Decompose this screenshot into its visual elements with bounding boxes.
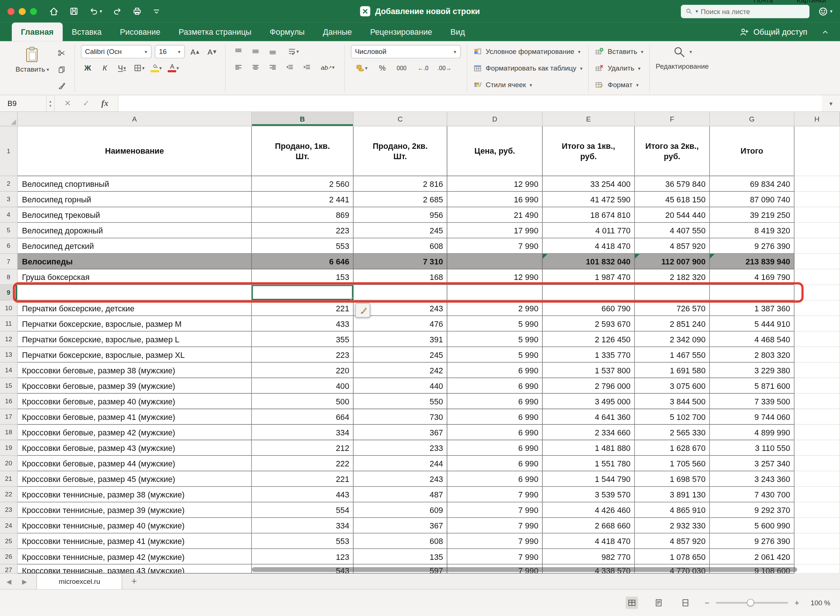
insert-function-icon[interactable]: fx bbox=[101, 98, 108, 108]
row-header-13[interactable]: 13 bbox=[0, 347, 18, 363]
cell[interactable]: Кроссовки теннисные, размер 42 (мужские) bbox=[18, 549, 252, 565]
cell[interactable] bbox=[794, 456, 840, 471]
cell[interactable]: 2 816 bbox=[354, 176, 447, 192]
cell[interactable]: 6 990 bbox=[447, 378, 543, 394]
row-header-3[interactable]: 3 bbox=[0, 192, 18, 207]
cell[interactable]: Кроссовки беговые, размер 38 (мужские) bbox=[18, 363, 252, 378]
cell[interactable] bbox=[794, 331, 840, 347]
cell[interactable]: 9 276 390 bbox=[710, 238, 794, 254]
copy-icon[interactable] bbox=[54, 63, 68, 76]
cell[interactable]: 2 342 090 bbox=[635, 331, 710, 347]
cell[interactable]: Груша боксерская bbox=[18, 269, 252, 285]
cell[interactable]: 6 990 bbox=[447, 363, 543, 378]
row-header-7[interactable]: 7 bbox=[0, 254, 18, 269]
cell[interactable]: 41 472 590 bbox=[543, 192, 634, 207]
cell[interactable]: 2 565 330 bbox=[635, 425, 710, 440]
cell[interactable]: 221 bbox=[252, 301, 354, 316]
row-header-17[interactable]: 17 bbox=[0, 409, 18, 425]
prev-sheet-icon[interactable]: ◀ bbox=[6, 578, 11, 585]
cell[interactable]: 367 bbox=[354, 425, 447, 440]
cell[interactable]: Перчатки боксерские, взрослые, размер L bbox=[18, 331, 252, 347]
format-as-table-button[interactable]: Форматировать как таблицу ▾ bbox=[473, 62, 583, 75]
cell[interactable]: 2 126 450 bbox=[543, 331, 634, 347]
cell[interactable]: 7 990 bbox=[447, 549, 543, 565]
cell[interactable]: 3 243 360 bbox=[710, 471, 794, 487]
ribbon-tab-8[interactable]: Вид bbox=[441, 22, 474, 41]
cell[interactable] bbox=[794, 254, 840, 269]
minimize-window-button[interactable] bbox=[19, 8, 26, 15]
cell[interactable] bbox=[794, 285, 840, 301]
cell[interactable]: 1 551 780 bbox=[543, 456, 634, 471]
add-sheet-button[interactable]: + bbox=[122, 573, 146, 589]
number-format-select[interactable]: Числовой▾ bbox=[351, 45, 460, 58]
bold-button[interactable]: Ж bbox=[81, 62, 95, 75]
cell[interactable]: Кроссовки беговые, размер 42 (мужские) bbox=[18, 425, 252, 440]
cell[interactable]: 5 990 bbox=[447, 331, 543, 347]
row-header-12[interactable]: 12 bbox=[0, 331, 18, 347]
cell[interactable]: 355 bbox=[252, 331, 354, 347]
cell[interactable]: 1 698 570 bbox=[635, 471, 710, 487]
cell[interactable]: 7 430 700 bbox=[710, 487, 794, 502]
cell[interactable] bbox=[794, 440, 840, 456]
cell[interactable]: 2 334 660 bbox=[543, 425, 634, 440]
cell[interactable]: Кроссовки беговые, размер 43 (мужские) bbox=[18, 440, 252, 456]
cell[interactable]: 6 990 bbox=[447, 394, 543, 409]
cell[interactable]: 1 078 650 bbox=[635, 549, 710, 565]
cell[interactable]: 9 744 060 bbox=[710, 409, 794, 425]
customize-toolbar-icon[interactable] bbox=[152, 7, 160, 16]
cell[interactable]: 6 990 bbox=[447, 440, 543, 456]
cell[interactable]: Велосипед трековый bbox=[18, 207, 252, 223]
row-header-27[interactable]: 27 bbox=[0, 565, 18, 574]
cut-icon[interactable] bbox=[54, 47, 68, 59]
cell[interactable]: 2 560 bbox=[252, 176, 354, 192]
expand-formula-bar-icon[interactable]: ▼ bbox=[822, 95, 840, 111]
cell[interactable]: 135 bbox=[354, 549, 447, 565]
cell[interactable]: 5 600 990 bbox=[710, 518, 794, 533]
cell[interactable]: 5 102 700 bbox=[635, 409, 710, 425]
row-header-23[interactable]: 23 bbox=[0, 502, 18, 518]
cell[interactable]: 7 990 bbox=[447, 533, 543, 549]
cell[interactable]: 87 090 740 bbox=[710, 192, 794, 207]
cell[interactable]: 1 628 670 bbox=[635, 440, 710, 456]
cell[interactable]: 5 444 910 bbox=[710, 316, 794, 331]
column-header-B[interactable]: B bbox=[252, 112, 354, 126]
row-header-2[interactable]: 2 bbox=[0, 176, 18, 192]
cell[interactable]: 12 990 bbox=[447, 269, 543, 285]
cell[interactable] bbox=[794, 301, 840, 316]
cell[interactable]: 1 691 580 bbox=[635, 363, 710, 378]
cell[interactable]: 3 075 600 bbox=[635, 378, 710, 394]
cell[interactable] bbox=[794, 363, 840, 378]
column-header-G[interactable]: G bbox=[710, 112, 794, 126]
cell[interactable]: 5 990 bbox=[447, 347, 543, 363]
cell[interactable]: 244 bbox=[354, 456, 447, 471]
cell[interactable]: 7 990 bbox=[447, 518, 543, 533]
cell[interactable]: 3 495 000 bbox=[543, 394, 634, 409]
cell[interactable]: 9 292 370 bbox=[710, 502, 794, 518]
ribbon-tab-1[interactable]: Главная bbox=[12, 22, 63, 41]
cell[interactable]: 21 490 bbox=[447, 207, 543, 223]
cell[interactable]: 2 796 000 bbox=[543, 378, 634, 394]
cell[interactable]: Кроссовки теннисные, размер 38 (мужские) bbox=[18, 487, 252, 502]
cell[interactable] bbox=[794, 533, 840, 549]
cell[interactable]: 367 bbox=[354, 518, 447, 533]
cell[interactable]: 3 257 340 bbox=[710, 456, 794, 471]
cell[interactable]: 3 844 500 bbox=[635, 394, 710, 409]
cell[interactable]: 400 bbox=[252, 378, 354, 394]
next-sheet-icon[interactable]: ▶ bbox=[22, 578, 27, 585]
cell[interactable] bbox=[794, 425, 840, 440]
cell[interactable]: 36 579 840 bbox=[635, 176, 710, 192]
cell[interactable]: 443 bbox=[252, 487, 354, 502]
row-header-6[interactable]: 6 bbox=[0, 238, 18, 254]
cell[interactable]: Кроссовки теннисные, размер 39 (мужские) bbox=[18, 502, 252, 518]
cell[interactable]: 4 418 470 bbox=[543, 238, 634, 254]
ribbon-tab-5[interactable]: Формулы bbox=[260, 22, 314, 41]
cell[interactable]: 9 276 390 bbox=[710, 533, 794, 549]
cell[interactable]: 5 871 600 bbox=[710, 378, 794, 394]
cell[interactable]: 1 387 360 bbox=[710, 301, 794, 316]
cell[interactable]: 3 110 550 bbox=[710, 440, 794, 456]
ribbon-tab-6[interactable]: Данные bbox=[314, 22, 361, 41]
column-header-F[interactable]: F bbox=[635, 112, 710, 126]
cell[interactable]: Кроссовки теннисные, размер 43 (мужские) bbox=[18, 565, 252, 574]
insert-options-button[interactable] bbox=[355, 303, 370, 318]
cell[interactable] bbox=[794, 316, 840, 331]
